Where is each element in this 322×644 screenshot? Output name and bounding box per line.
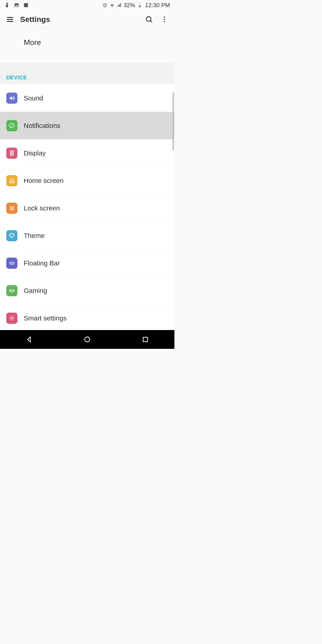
settings-item-sound[interactable]: Sound xyxy=(0,84,174,112)
status-bar-left xyxy=(4,2,28,8)
nav-back-button[interactable] xyxy=(24,335,34,344)
settings-item-label: Home screen xyxy=(24,177,168,184)
svg-rect-6 xyxy=(119,4,120,7)
svg-point-33 xyxy=(10,263,11,264)
svg-rect-7 xyxy=(120,3,121,7)
search-icon[interactable] xyxy=(144,14,154,24)
svg-rect-9 xyxy=(139,3,140,3)
nav-home-button[interactable] xyxy=(83,335,92,344)
svg-point-17 xyxy=(164,19,165,20)
gaming-icon xyxy=(6,285,18,296)
svg-rect-36 xyxy=(10,290,14,292)
section-header-device: DEVICE xyxy=(0,62,174,84)
svg-point-14 xyxy=(146,16,151,21)
svg-point-48 xyxy=(85,337,90,342)
svg-point-35 xyxy=(12,263,13,264)
settings-item-label: Floating Bar xyxy=(24,260,168,267)
screen: 32% 12:30 PM Settings More DEVICE xyxy=(0,0,174,349)
settings-item-floating-bar[interactable]: Floating Bar xyxy=(0,249,174,277)
navigation-bar xyxy=(0,330,174,349)
svg-rect-2 xyxy=(24,3,28,7)
overflow-menu-icon[interactable] xyxy=(159,14,170,24)
settings-item-label: Display xyxy=(24,149,168,157)
svg-rect-5 xyxy=(118,5,119,7)
status-bar: 32% 12:30 PM xyxy=(0,0,174,10)
settings-item-label: More xyxy=(24,38,168,47)
home-icon xyxy=(6,175,18,186)
smart-settings-icon xyxy=(6,312,18,324)
settings-item-label: Lock screen xyxy=(24,204,168,212)
svg-point-31 xyxy=(12,234,13,235)
theme-icon xyxy=(6,230,18,241)
settings-list[interactable]: More DEVICE Sound Notifications Display xyxy=(0,28,174,330)
notifications-icon xyxy=(6,120,18,131)
settings-item-label: Gaming xyxy=(24,287,168,294)
alarm-icon xyxy=(102,2,108,8)
sound-icon xyxy=(6,92,18,104)
settings-item-label: Theme xyxy=(24,232,168,240)
svg-point-30 xyxy=(11,234,12,234)
svg-point-39 xyxy=(12,290,13,290)
status-bar-right: 32% 12:30 PM xyxy=(102,2,170,9)
settings-item-home-screen[interactable]: Home screen xyxy=(0,167,174,194)
settings-item-smart-settings[interactable]: Smart settings xyxy=(0,304,174,330)
app-bar: Settings xyxy=(0,10,174,28)
clock-time: 12:30 PM xyxy=(145,2,170,9)
settings-item-display[interactable]: Display xyxy=(0,139,174,167)
svg-rect-4 xyxy=(117,6,118,7)
svg-point-34 xyxy=(12,263,12,264)
floating-bar-icon xyxy=(6,258,18,269)
hamburger-menu-icon[interactable] xyxy=(5,14,15,24)
touch-indicator-icon xyxy=(4,2,10,8)
svg-point-20 xyxy=(12,126,12,126)
svg-point-29 xyxy=(10,235,11,236)
settings-item-notifications[interactable]: Notifications xyxy=(0,112,174,139)
battery-icon xyxy=(137,2,142,8)
battery-percentage: 32% xyxy=(124,2,135,9)
image-notification-icon xyxy=(14,2,19,8)
settings-item-label: Notifications xyxy=(24,122,168,130)
settings-item-more[interactable]: More xyxy=(0,28,174,62)
scrollbar-thumb[interactable] xyxy=(173,92,174,150)
nav-recent-button[interactable] xyxy=(141,335,150,344)
svg-line-15 xyxy=(150,20,152,22)
page-title: Settings xyxy=(20,15,144,24)
settings-item-lock-screen[interactable]: Lock screen xyxy=(0,194,174,222)
settings-item-gaming[interactable]: Gaming xyxy=(0,277,174,304)
wifi-icon xyxy=(109,2,115,8)
cellular-signal-icon xyxy=(116,2,122,8)
lock-screen-icon xyxy=(6,202,18,214)
svg-point-18 xyxy=(164,21,165,22)
display-icon xyxy=(6,148,18,159)
settings-item-theme[interactable]: Theme xyxy=(0,222,174,249)
svg-point-16 xyxy=(164,16,165,18)
svg-rect-49 xyxy=(143,337,148,342)
settings-item-label: Sound xyxy=(24,94,168,102)
svg-rect-10 xyxy=(139,6,140,7)
svg-point-40 xyxy=(13,291,14,291)
settings-item-label: Smart settings xyxy=(24,314,168,322)
app-notification-icon xyxy=(23,2,28,8)
